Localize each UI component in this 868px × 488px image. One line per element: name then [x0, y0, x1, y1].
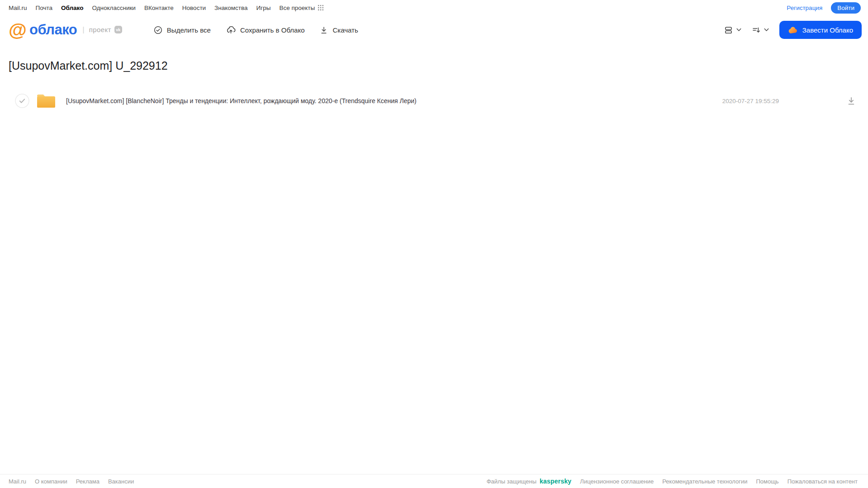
topnav-item-all-projects[interactable]: Все проекты	[279, 5, 323, 11]
list-view-icon	[724, 26, 733, 34]
kaspersky-logo[interactable]: kaspersky	[540, 478, 571, 485]
select-all-button[interactable]: Выделить все	[154, 25, 211, 34]
protected-by-label: Файлы защищены	[487, 478, 536, 485]
file-toolbar: Выделить все Сохранить в Облако Скачат	[154, 25, 358, 34]
all-projects-label: Все проекты	[279, 5, 315, 11]
footer-link-ads[interactable]: Реклама	[76, 478, 100, 485]
download-icon	[847, 96, 856, 105]
sort-icon	[752, 26, 760, 34]
download-label: Скачать	[332, 26, 358, 34]
save-to-cloud-label: Сохранить в Облако	[240, 26, 305, 34]
view-mode-toggle[interactable]	[724, 26, 741, 34]
create-cloud-button[interactable]: Завести Облако	[779, 21, 862, 39]
select-all-label: Выделить все	[167, 26, 211, 34]
sort-toggle[interactable]	[752, 26, 769, 34]
file-modified-date: 2020-07-27 19:55:29	[722, 98, 779, 104]
footer-right-links: Файлы защищены kaspersky Лицензионное со…	[487, 478, 858, 485]
logo-separator: |	[82, 25, 84, 34]
topnav-item-odnoklassniki[interactable]: Одноклассники	[92, 5, 135, 11]
create-cloud-label: Завести Облако	[802, 26, 853, 34]
topnav-item-igry[interactable]: Игры	[256, 5, 271, 11]
save-to-cloud-button[interactable]: Сохранить в Облако	[226, 25, 305, 34]
topnav-item-pochta[interactable]: Почта	[36, 5, 53, 11]
kaspersky-protection[interactable]: Файлы защищены kaspersky	[487, 478, 572, 485]
download-icon	[320, 26, 328, 34]
chevron-down-icon	[736, 28, 741, 32]
footer-link-mailru[interactable]: Mail.ru	[9, 478, 26, 485]
folder-icon[interactable]	[36, 93, 56, 109]
download-button[interactable]: Скачать	[320, 25, 358, 34]
row-download-button[interactable]	[847, 96, 856, 105]
vk-badge-icon: vk	[114, 26, 122, 33]
project-label: проект	[89, 26, 111, 33]
footer-link-jobs[interactable]: Вакансии	[108, 478, 134, 485]
footer-link-recommendation-tech[interactable]: Рекомендательные технологии	[662, 478, 747, 485]
chevron-down-icon	[764, 28, 769, 32]
cloud-icon	[788, 25, 798, 35]
row-select-checkbox[interactable]	[15, 94, 29, 108]
check-circle-icon	[154, 26, 162, 34]
topnav-item-vkontakte[interactable]: ВКонтакте	[144, 5, 174, 11]
mailru-at-icon: @	[9, 22, 27, 38]
page-title: [UsupovMarket.com] U_292912	[9, 59, 868, 72]
cloud-upload-icon	[226, 25, 236, 34]
login-button[interactable]: Войти	[831, 2, 861, 14]
cloud-header: @ облако | проект vk Выделить все	[0, 15, 868, 44]
main-content: [UsupovMarket.com] U_292912 [UsupovMarke…	[0, 59, 868, 109]
footer-link-license[interactable]: Лицензионное соглашение	[580, 478, 654, 485]
topnav-item-mailru[interactable]: Mail.ru	[9, 5, 27, 11]
topnav-item-znakomstva[interactable]: Знакомства	[214, 5, 247, 11]
file-name-link[interactable]: [UsupovMarket.com] [BlancheNoir] Тренды …	[66, 97, 417, 104]
footer-link-help[interactable]: Помощь	[756, 478, 778, 485]
page-footer: Mail.ru О компании Реклама Вакансии Файл…	[0, 474, 868, 488]
portal-navbar: Mail.ru Почта Облако Одноклассники ВКонт…	[0, 0, 868, 15]
registration-link[interactable]: Регистрация	[787, 5, 822, 11]
cloud-logo[interactable]: @ облако | проект vk	[9, 22, 122, 38]
file-row[interactable]: [UsupovMarket.com] [BlancheNoir] Тренды …	[9, 93, 868, 109]
topnav-item-oblako[interactable]: Облако	[61, 5, 83, 11]
footer-link-about[interactable]: О компании	[35, 478, 67, 485]
topnav-item-novosti[interactable]: Новости	[182, 5, 206, 11]
footer-link-report-content[interactable]: Пожаловаться на контент	[787, 478, 858, 485]
header-right-controls: Завести Облако	[724, 21, 862, 39]
apps-grid-icon	[318, 5, 323, 10]
cloud-logo-label: облако	[29, 22, 77, 38]
